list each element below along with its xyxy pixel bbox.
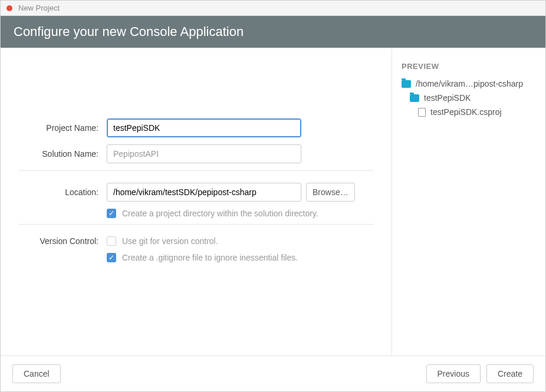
- preview-panel: PREVIEW /home/vikram…pipost-csharp testP…: [392, 48, 545, 355]
- tree-file: testPepiSDK.csproj: [402, 107, 536, 117]
- folder-icon: [410, 94, 419, 102]
- tree-project: testPepiSDK: [402, 93, 536, 103]
- dialog-content: Project Name: Solution Name: Location: B…: [1, 48, 545, 355]
- version-control-label: Version Control:: [18, 236, 107, 246]
- browse-button[interactable]: Browse…: [306, 183, 355, 202]
- close-icon[interactable]: [6, 5, 12, 11]
- divider: [18, 170, 374, 171]
- location-input[interactable]: [107, 183, 301, 202]
- create-button[interactable]: Create: [486, 364, 534, 383]
- create-directory-checkbox[interactable]: ✓: [107, 209, 116, 218]
- create-directory-label: Create a project directory within the so…: [122, 209, 318, 218]
- version-control-row: Version Control: Use git for version con…: [18, 236, 374, 246]
- location-row: Location: Browse…: [18, 183, 374, 202]
- gitignore-checkbox[interactable]: ✓: [107, 253, 116, 262]
- tree-root-label: /home/vikram…pipost-csharp: [416, 79, 523, 88]
- window-title: New Project: [18, 4, 60, 12]
- tree-project-label: testPepiSDK: [424, 93, 471, 103]
- dialog-footer: Cancel Previous Create: [1, 355, 545, 391]
- use-git-checkbox[interactable]: [107, 236, 116, 246]
- cancel-button[interactable]: Cancel: [12, 364, 61, 383]
- new-project-dialog: New Project Configure your new Console A…: [0, 0, 546, 392]
- use-git-label: Use git for version control.: [122, 236, 218, 246]
- form-area: Project Name: Solution Name: Location: B…: [1, 48, 392, 355]
- gitignore-row[interactable]: ✓ Create a .gitignore file to ignore ine…: [107, 253, 374, 262]
- gitignore-label: Create a .gitignore file to ignore iness…: [122, 253, 298, 262]
- solution-name-input[interactable]: [107, 144, 301, 163]
- project-name-row: Project Name:: [18, 118, 374, 137]
- previous-button[interactable]: Previous: [426, 364, 481, 383]
- file-icon: [418, 108, 426, 117]
- solution-name-row: Solution Name:: [18, 144, 374, 163]
- dialog-title: Configure your new Console Application: [14, 24, 244, 39]
- preview-title: PREVIEW: [402, 62, 536, 71]
- location-label: Location:: [18, 187, 107, 197]
- tree-root: /home/vikram…pipost-csharp: [402, 79, 536, 88]
- project-name-label: Project Name:: [18, 123, 107, 133]
- folder-icon: [402, 80, 411, 88]
- solution-name-label: Solution Name:: [18, 149, 107, 159]
- divider: [18, 224, 374, 225]
- create-directory-row[interactable]: ✓ Create a project directory within the …: [107, 209, 374, 218]
- window-titlebar[interactable]: New Project: [1, 1, 545, 16]
- project-name-input[interactable]: [107, 118, 301, 137]
- tree-file-label: testPepiSDK.csproj: [430, 107, 502, 117]
- dialog-header: Configure your new Console Application: [1, 16, 545, 48]
